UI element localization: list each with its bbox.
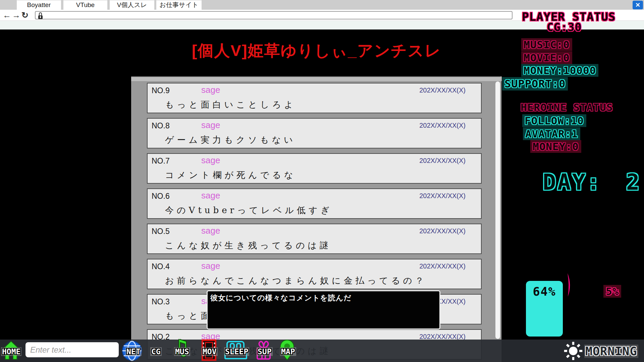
heroine-status-title: HEROINE STATUS <box>521 101 613 113</box>
sub-gauge-value: 5% <box>603 285 621 297</box>
close-icon[interactable]: ✕ <box>633 1 643 9</box>
chat-text-input[interactable] <box>25 342 119 357</box>
post-author-sage: sage <box>201 120 220 130</box>
post-author-sage: sage <box>201 226 220 236</box>
sub-gauge-text: 5% <box>603 285 621 298</box>
post-body: 今のVtuberってレベル低すぎ <box>165 204 332 216</box>
post-number: NO.8 <box>152 121 170 130</box>
forward-icon[interactable]: → <box>12 10 20 20</box>
post-author-sage: sage <box>201 261 220 271</box>
heroine-follow-value: FOLLOW:10 <box>522 115 586 127</box>
mus-label: MUS <box>174 347 190 356</box>
post-number: NO.4 <box>152 262 170 271</box>
post-date: 202X/XX/XX(X) <box>419 262 466 270</box>
heroine-avatar-value: AVATAR:1 <box>523 128 580 140</box>
post-author-sage: sage <box>201 85 220 95</box>
post-body: こんな奴が生き残ってるのは謎 <box>165 240 331 251</box>
heroine-money-text: MONEY:0 <box>530 140 581 153</box>
event-message-text: 彼女についての様々なコメントを読んだ <box>208 291 439 305</box>
sun-icon <box>564 341 583 361</box>
player-movie-text: MOVIE:0 <box>521 51 572 64</box>
post-date: 202X/XX/XX(X) <box>419 157 466 165</box>
tab-strip: Boyatter VTube V個人スレ お仕事サイト <box>0 0 644 10</box>
tab-label: VTube <box>76 1 95 9</box>
post-number: NO.6 <box>152 192 170 201</box>
thread-title: [個人V]姫草ゆりしぃ_アンチスレ <box>131 40 502 61</box>
post-body: コメント欄が死んでるな <box>165 169 296 181</box>
post-number: NO.3 <box>152 297 170 306</box>
post-body: ゲーム実力もクソもない <box>165 134 296 146</box>
post-date: 202X/XX/XX(X) <box>419 86 466 94</box>
player-money-value: MONEY:10000 <box>521 64 598 76</box>
main-gauge: 64% <box>526 281 563 337</box>
player-movie-value: MOVIE:0 <box>521 52 572 64</box>
post-body: お前らなんでこんなつまらん奴に金払ってるの？ <box>165 275 427 287</box>
heroine-follow-text: FOLLOW:10 <box>522 114 586 127</box>
post-card: NO.8 sage 202X/XX/XX(X) ゲーム実力もクソもない <box>147 118 482 148</box>
reload-icon[interactable]: ↻ <box>21 10 29 20</box>
tab-v-personal-thread[interactable]: V個人スレ <box>110 0 154 10</box>
map-label: MAP <box>280 347 296 356</box>
post-card: NO.7 sage 202X/XX/XX(X) コメント欄が死んでるな <box>147 153 482 184</box>
gauge-crescent-icon <box>567 273 573 297</box>
time-of-day-label: MORNING <box>584 345 638 358</box>
player-money-text: MONEY:10000 <box>521 64 598 77</box>
heroine-avatar-text: AVATAR:1 <box>523 127 580 140</box>
tab-label: Boyatter <box>27 1 51 9</box>
event-message-dialog[interactable]: 彼女についての様々なコメントを読んだ <box>207 290 440 329</box>
post-date: 202X/XX/XX(X) <box>419 192 466 200</box>
day-counter: DAY: 2 <box>543 169 641 195</box>
tab-work-site[interactable]: お仕事サイト <box>156 0 202 10</box>
tab-label: V個人スレ <box>117 1 147 9</box>
main-gauge-value: 64% <box>526 281 563 298</box>
post-number: NO.5 <box>152 227 170 236</box>
post-number: NO.7 <box>152 157 170 166</box>
tab-boyatter[interactable]: Boyatter <box>17 0 61 10</box>
home-label: HOME <box>1 347 21 356</box>
sleep-label: SLEEP <box>224 347 249 356</box>
player-support-value: SUPPORT:0 <box>502 77 568 90</box>
tab-label: お仕事サイト <box>160 1 199 9</box>
board-scrollbar[interactable] <box>495 81 500 339</box>
player-support-text: SUPPORT:0 <box>502 77 568 90</box>
post-author-sage: sage <box>201 155 220 166</box>
mov-label: MOV <box>202 347 218 356</box>
close-glyph: ✕ <box>635 1 640 9</box>
post-date: 202X/XX/XX(X) <box>419 122 466 129</box>
post-card: NO.5 sage 202X/XX/XX(X) こんな奴が生き残ってるのは謎 <box>147 224 482 254</box>
post-author-sage: sage <box>201 190 220 201</box>
post-body: もっと面 <box>165 310 213 322</box>
sup-label: SUP <box>257 347 273 356</box>
lock-icon <box>38 12 43 19</box>
post-card: NO.4 sage 202X/XX/XX(X) お前らなんでこんなつまらん奴に金… <box>147 259 482 289</box>
heroine-money-value: MONEY:0 <box>530 140 581 153</box>
post-card: NO.9 sage 202X/XX/XX(X) もっと面白いことしろよ <box>147 83 482 113</box>
post-card: NO.6 sage 202X/XX/XX(X) 今のVtuberってレベル低すぎ <box>147 188 482 219</box>
player-music-value: MUSIC:0 <box>521 39 572 51</box>
board-top-bar <box>131 76 502 81</box>
back-icon[interactable]: ← <box>3 10 11 20</box>
url-bar[interactable] <box>35 11 513 19</box>
post-date: 202X/XX/XX(X) <box>419 227 466 235</box>
post-number: NO.9 <box>152 86 170 95</box>
player-cg-value: CG:30 <box>547 21 582 34</box>
post-body: もっと面白いことしろよ <box>165 99 296 111</box>
net-label: NET <box>125 347 142 356</box>
cg-label: CG <box>150 347 162 356</box>
player-music-text: MUSIC:0 <box>521 38 572 51</box>
tab-vtube[interactable]: VTube <box>63 0 107 10</box>
